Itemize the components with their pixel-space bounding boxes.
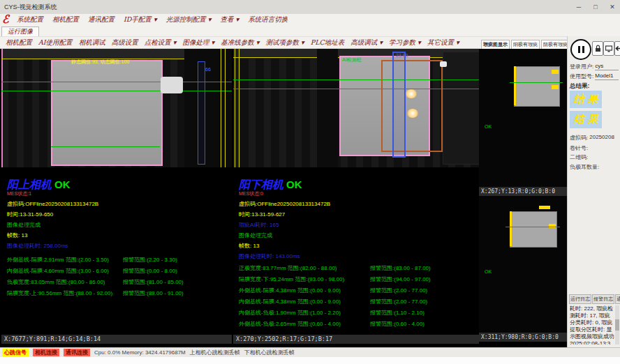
tab-comm-log[interactable]: 通讯日志: [615, 294, 620, 304]
defect-thumbnail-top[interactable]: OK: [479, 49, 567, 187]
monitor-button[interactable]: [603, 41, 614, 56]
tab-defect-image[interactable]: 瑕疵图显示: [481, 40, 510, 49]
log-scrollbar-thumb[interactable]: [615, 319, 619, 331]
login-user-value: cys: [595, 63, 619, 70]
blue-measure-label: 66: [205, 67, 211, 73]
blue-measure-label: 23.80: [396, 53, 408, 59]
status-bar: 心跳信号 相机连接 通讯连接 Cpu: 0.0% Memory: 3424.41…: [0, 347, 620, 357]
menu-id-config[interactable]: ID手配置 ▾: [124, 15, 157, 24]
machine-dark-block: [443, 52, 479, 165]
overlay-text-lower: 阳下相机OK MES状态:0 虚拟码:OFFline20250208133134…: [239, 179, 476, 331]
measure-value: 外侧基线-隔膜:4.38mm 范围:(0.00 - 9.00): [239, 287, 370, 294]
negative-tab-row: 负极耳数量:: [570, 163, 619, 171]
monitor-icon: [605, 45, 612, 52]
virtual-code-label: 虚拟码:: [570, 134, 588, 142]
tool-test-params[interactable]: 测试项参数 ▾: [266, 38, 304, 47]
pause-button[interactable]: [570, 39, 591, 60]
pause-icon: [578, 46, 580, 53]
tool-spot-check[interactable]: 点检设置 ▾: [145, 38, 177, 47]
minimize-icon[interactable]: ─: [574, 3, 584, 10]
measurement-row: 外侧基线-隔膜:4.38mm 范围:(0.00 - 9.00)报警范围:(2.0…: [239, 287, 476, 294]
pixel-coordinate-bar-upper: X:7677;Y:891;R:14;G:14;B:14: [1, 335, 232, 344]
measure-value: 内侧基线-负极:1.90mm 范围:(1.00 - 2.20): [239, 309, 370, 317]
menu-comm-config[interactable]: 通讯配置: [88, 15, 115, 24]
tool-advanced-debug[interactable]: 高级调试 ▾: [350, 38, 383, 47]
camera-view-upper[interactable]: 静态阈值:93, 动态阈值:100 66 阳上相机OK MES状态:1 虚拟码:…: [1, 49, 232, 347]
alarm-range: 报警范围:(2.00 - 77.00): [370, 287, 427, 294]
tool-camera-config[interactable]: 相机配置: [6, 38, 32, 47]
defect-view-tabs: 瑕疵图显示 阳极有瑕疵 阴极有瑕疵: [480, 39, 566, 49]
camera-title-row: 阳下相机OK: [239, 179, 476, 190]
thumbnail-coordinate-bar-top: X:267;Y:13;R:0;G:0;B:0: [479, 187, 567, 196]
tab-run-image[interactable]: 运行图像: [1, 26, 39, 36]
tool-ai-usage-config[interactable]: AI使用配置: [38, 38, 73, 47]
thumbnail-coordinate-bar-bottom: X:311;Y:980;R:0;G:0;B:0: [479, 333, 567, 342]
back-arrow-icon: [615, 45, 620, 52]
back-button[interactable]: [614, 41, 620, 56]
lock-button[interactable]: [592, 41, 603, 56]
log-scrollbar[interactable]: [615, 305, 619, 344]
measurement-list: 外侧基线-隔膜:2.91mm 范围:(2.00 - 3.50)报警范围:(2.2…: [7, 256, 229, 297]
needle-row: 卷针号:: [570, 144, 619, 152]
alarm-range: 报警范围:(94.00 - 97.00): [370, 275, 431, 283]
tool-other-settings[interactable]: 其它设置 ▾: [427, 38, 459, 47]
menu-light-control[interactable]: 光源控制配置 ▾: [166, 15, 212, 24]
measurement-row: 外侧基线-隔膜:2.91mm 范围:(2.00 - 3.50)报警范围:(2.2…: [7, 256, 229, 264]
bottom-strip: [0, 357, 620, 364]
menu-system-config[interactable]: 系统配置: [17, 15, 43, 24]
qr-label: 二维码:: [570, 153, 588, 161]
measurement-row: 正极宽度:83.77mm 范围:(82.00 - 88.00)报警范围:(83.…: [239, 264, 476, 272]
camera-view-lower[interactable]: AI检测框 23.80 阳下相机OK MES状态:0 虚拟码:OFFline20…: [233, 49, 479, 347]
control-buttons: [569, 39, 619, 59]
processing-time: 图像处理耗时: 143.00ms: [239, 252, 476, 260]
alarm-range: 报警范围:(0.00 - 8.00): [123, 267, 177, 275]
log-text: 耗时: 222, 瑕疵检测耗时: 17, 瑕疵分类耗时: 0, 瑕疵提取分区耗时…: [570, 305, 614, 344]
frame-count: 帧数: 13: [7, 232, 229, 239]
close-icon[interactable]: ✕: [607, 3, 617, 10]
tool-image-processing[interactable]: 图像处理 ▾: [182, 38, 214, 47]
measure-value: 隔膜宽度-下:95.24mm 范围:(93.00 - 98.00): [239, 275, 370, 283]
virtual-code-value: 20250208: [589, 134, 614, 142]
alarm-range: 报警范围:(83.00 - 87.00): [370, 264, 431, 272]
measurement-row: 内侧基线-隔膜:4.38mm 范围:(0.00 - 9.00)报警范围:(2.0…: [239, 298, 476, 305]
alarm-range: 报警范围:(81.00 - 85.00): [123, 278, 184, 286]
mini-ok-label: OK: [485, 124, 492, 129]
inner-green-segment: [51, 146, 160, 147]
lock-icon: [595, 45, 601, 52]
camera-image-upper[interactable]: 静态阈值:93, 动态阈值:100 66: [1, 49, 232, 167]
connector-blob: [161, 77, 183, 93]
left-edge-marker-line: [1, 49, 3, 167]
lower-camera-heartbeat-status: 下相机心跳检测丢帧: [244, 349, 295, 356]
app-logo-icon: ℰ: [2, 13, 9, 26]
menu-language-switch[interactable]: 系统语言切换: [248, 15, 288, 24]
tab-run-log[interactable]: 运行日志: [569, 294, 591, 304]
alarm-range: 报警范围:(0.60 - 4.00): [370, 320, 425, 328]
tab-strip: 运行图像: [0, 26, 620, 36]
measurement-row: 外侧基线-负极:2.65mm 范围:(0.60 - 4.00)报警范围:(0.6…: [239, 320, 476, 328]
mini-highlight: [539, 206, 550, 209]
menu-camera-config[interactable]: 相机配置: [52, 15, 79, 24]
comm-link-badge: 通讯连接: [64, 349, 90, 356]
mini-green-line: [510, 82, 563, 83]
tab-anode-defect[interactable]: 阳极有瑕疵: [511, 40, 540, 49]
camera-image-lower[interactable]: AI检测框 23.80: [233, 49, 479, 167]
tool-learning-params[interactable]: 学习参数 ▾: [389, 38, 421, 47]
tab-cathode-defect[interactable]: 阴极有瑕疵: [541, 40, 570, 49]
tool-camera-debug[interactable]: 相机调试: [79, 38, 105, 47]
machine-dark-block: [317, 49, 338, 167]
tool-plc-address-table[interactable]: PLC地址表: [311, 38, 344, 47]
menu-view[interactable]: 查看 ▾: [220, 15, 239, 24]
tab-alarm-log[interactable]: 报警日志: [592, 294, 614, 304]
vertical-gauge-line: [235, 49, 239, 167]
tool-baseline-params[interactable]: 基准线参数 ▾: [221, 38, 259, 47]
window-controls: ─ □ ✕: [574, 0, 617, 14]
maximize-icon[interactable]: □: [591, 3, 600, 10]
result-ok-badge: OK: [54, 179, 71, 190]
capture-time: 时间:13-31-59-650: [7, 211, 229, 218]
measurement-row: 负极宽度:83.05mm 范围:(80.00 - 86.00)报警范围:(81.…: [7, 278, 229, 286]
app-window: CYS-视觉检测系统 ─ □ ✕ ℰ 系统配置 相机配置 通讯配置 ID手配置 …: [0, 0, 620, 364]
defect-thumbnail-bottom[interactable]: OK: [479, 196, 567, 333]
tool-advanced-settings[interactable]: 高级设置: [112, 38, 138, 47]
titlebar[interactable]: CYS-视觉检测系统 ─ □ ✕: [0, 0, 620, 15]
separator-roi-box: [51, 60, 163, 166]
